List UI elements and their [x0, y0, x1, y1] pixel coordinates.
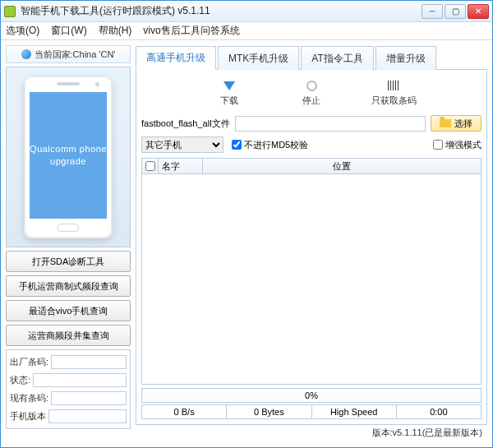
titlebar[interactable]: 智能手机下载工具(运行时跟踪模式) v5.1.11 ─ ▢ ✕ [1, 1, 492, 22]
minimize-button[interactable]: ─ [422, 4, 443, 19]
table-body [141, 174, 481, 385]
phone-speaker [57, 82, 80, 85]
status-bar: 0 B/s 0 Bytes High Speed 0:00 [141, 404, 481, 419]
stop-button[interactable]: 停止 [288, 78, 334, 107]
choose-file-button[interactable]: 选择 [431, 115, 481, 132]
carrier-band-query-button[interactable]: 手机运营商制式频段查询 [6, 275, 131, 297]
phone-mockup: Qualcomm phone upgrade [24, 76, 113, 238]
download-button[interactable]: 下载 [206, 78, 252, 107]
current-barcode-label: 现有条码: [10, 392, 48, 404]
app-window: 智能手机下载工具(运行时跟踪模式) v5.1.11 ─ ▢ ✕ 选项(O) 窗口… [0, 0, 493, 448]
options-row: 其它手机 不进行MD5校验 增强模式 [141, 133, 481, 158]
enhance-check[interactable] [433, 140, 443, 150]
status-time: 0:00 [397, 405, 481, 418]
phone-camera [95, 82, 99, 86]
stop-label: 停止 [302, 95, 320, 107]
factory-barcode-label: 出厂条码: [10, 356, 48, 368]
best-vivo-query-button[interactable]: 最适合vivo手机查询 [6, 300, 131, 321]
phone-home-button [58, 224, 79, 232]
enhance-label: 增强模式 [445, 139, 481, 151]
col-name[interactable]: 名字 [159, 159, 203, 173]
close-button[interactable]: ✕ [468, 4, 489, 19]
menubar: 选项(O) 窗口(W) 帮助(H) vivo售后工具问答系统 [1, 22, 492, 40]
stop-icon [306, 81, 317, 91]
carrier-band-union-button[interactable]: 运营商频段并集查询 [6, 325, 131, 346]
tab-body: 下载 停止 只获取条码 fastboot_flash_all文件 [136, 70, 487, 425]
tab-incremental[interactable]: 增量升级 [376, 46, 436, 70]
barcode-only-button[interactable]: 只获取条码 [371, 78, 417, 107]
info-box: 出厂条码: 状态: 现有条码: 手机版本 [6, 349, 131, 429]
tab-qualcomm[interactable]: 高通手机升级 [136, 46, 216, 70]
open-sda-button[interactable]: 打开SDA诊断工具 [6, 251, 131, 272]
menu-vivo-faq[interactable]: vivo售后工具问答系统 [143, 24, 239, 38]
status-label-1: 状态: [10, 374, 30, 386]
table-checkall[interactable] [142, 159, 159, 173]
table-header: 名字 位置 [141, 158, 481, 174]
no-md5-label: 不进行MD5校验 [244, 139, 308, 151]
app-icon [4, 6, 16, 17]
left-panel: 当前国家:China 'CN' Qualcomm phone upgrade 打… [6, 45, 131, 442]
content: 当前国家:China 'CN' Qualcomm phone upgrade 打… [1, 40, 492, 447]
col-location[interactable]: 位置 [203, 159, 481, 173]
barcode-only-label: 只获取条码 [371, 95, 417, 107]
phone-preview: Qualcomm phone upgrade [6, 67, 131, 247]
menu-window[interactable]: 窗口(W) [51, 24, 86, 38]
country-label: 当前国家:China 'CN' [35, 48, 116, 61]
status-mode: High Speed [312, 405, 397, 418]
version-line: 版本:v5.1.11(已是最新版本) [136, 425, 487, 442]
status-input-1[interactable] [33, 373, 127, 387]
device-select[interactable]: 其它手机 [141, 136, 223, 153]
tab-mtk[interactable]: MTK手机升级 [218, 46, 299, 70]
right-panel: 高通手机升级 MTK手机升级 AT指令工具 增量升级 下载 停止 [136, 45, 487, 442]
country-bar: 当前国家:China 'CN' [6, 45, 131, 63]
phone-screen-line1: Qualcomm phone [30, 143, 107, 155]
maximize-button[interactable]: ▢ [445, 4, 466, 19]
barcode-icon [388, 81, 399, 90]
download-label: 下载 [220, 95, 238, 107]
file-path-input[interactable] [235, 116, 426, 132]
tabs: 高通手机升级 MTK手机升级 AT指令工具 增量升级 [136, 45, 487, 70]
status-speed: 0 B/s [142, 405, 227, 418]
download-icon [223, 81, 235, 90]
phone-screen-line2: upgrade [50, 155, 86, 168]
no-md5-checkbox[interactable]: 不进行MD5校验 [232, 139, 308, 151]
no-md5-check[interactable] [232, 140, 242, 150]
folder-icon [440, 119, 451, 127]
menu-options[interactable]: 选项(O) [6, 24, 39, 38]
globe-icon [21, 49, 31, 59]
file-label: fastboot_flash_all文件 [141, 118, 230, 130]
choose-label: 选择 [454, 118, 472, 130]
progress-text: 0% [305, 390, 318, 400]
factory-barcode-input[interactable] [51, 355, 127, 369]
file-row: fastboot_flash_all文件 选择 [141, 113, 481, 133]
current-barcode-input[interactable] [51, 391, 127, 405]
status-bytes: 0 Bytes [227, 405, 311, 418]
phone-screen: Qualcomm phone upgrade [30, 92, 107, 219]
progress-bar: 0% [141, 388, 481, 403]
phone-version-label: 手机版本 [10, 410, 46, 423]
phone-version-input[interactable] [48, 409, 127, 423]
tab-at[interactable]: AT指令工具 [301, 46, 373, 70]
action-row: 下载 停止 只获取条码 [141, 75, 481, 113]
enhance-checkbox[interactable]: 增强模式 [433, 139, 481, 151]
window-title: 智能手机下载工具(运行时跟踪模式) v5.1.11 [21, 4, 422, 18]
menu-help[interactable]: 帮助(H) [99, 24, 132, 38]
